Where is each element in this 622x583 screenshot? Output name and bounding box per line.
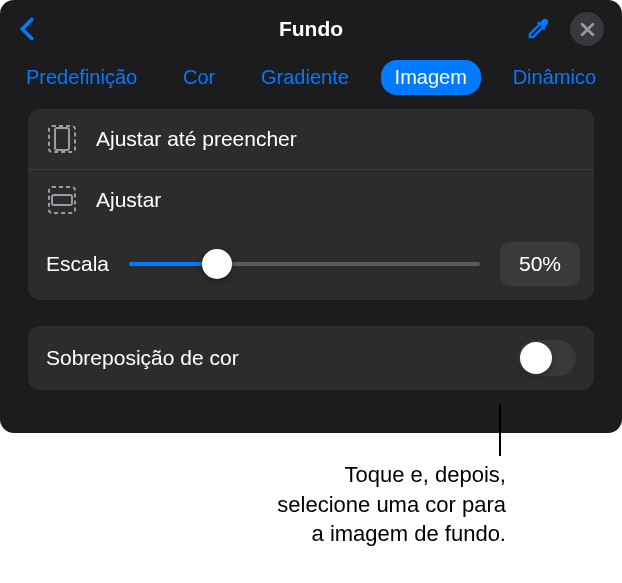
- color-overlay-label: Sobreposição de cor: [46, 346, 239, 370]
- close-icon: [580, 22, 595, 37]
- callout-line: [499, 404, 501, 456]
- eyedropper-button[interactable]: [524, 15, 552, 43]
- tab-dynamic[interactable]: Dinâmico: [499, 60, 610, 95]
- scale-options-group: Ajustar até preencher Ajustar Escala 50%: [28, 109, 594, 300]
- panel-title: Fundo: [279, 17, 343, 41]
- scale-label: Escala: [46, 252, 109, 276]
- tab-gradient[interactable]: Gradiente: [247, 60, 363, 95]
- toggle-thumb: [520, 342, 552, 374]
- callout-text: Toque e, depois, selecione uma cor para …: [277, 460, 506, 549]
- panel-content: Ajustar até preencher Ajustar Escala 50%: [0, 109, 622, 390]
- option-scale-to-fit[interactable]: Ajustar: [28, 169, 594, 230]
- tab-color[interactable]: Cor: [169, 60, 229, 95]
- color-overlay-row: Sobreposição de cor: [28, 326, 594, 390]
- tab-preset[interactable]: Predefinição: [12, 60, 151, 95]
- slider-thumb[interactable]: [202, 249, 232, 279]
- callout-line-2: selecione uma cor para: [277, 490, 506, 520]
- svg-rect-3: [55, 128, 69, 150]
- scale-to-fill-icon: [46, 123, 78, 155]
- background-tabs: Predefinição Cor Gradiente Imagem Dinâmi…: [0, 56, 622, 109]
- svg-rect-5: [52, 195, 72, 205]
- header-actions: [524, 12, 604, 46]
- back-button[interactable]: [18, 15, 36, 43]
- scale-slider-row: Escala 50%: [28, 230, 594, 300]
- callout-line-1: Toque e, depois,: [277, 460, 506, 490]
- eyedropper-icon: [524, 15, 552, 43]
- panel-header: Fundo: [0, 0, 622, 56]
- chevron-left-icon: [19, 17, 35, 41]
- option-scale-to-fill[interactable]: Ajustar até preencher: [28, 109, 594, 169]
- scale-value[interactable]: 50%: [500, 242, 580, 286]
- background-panel: Fundo Predefinição Cor Gradiente Imagem …: [0, 0, 622, 433]
- overlay-group: Sobreposição de cor: [28, 326, 594, 390]
- close-button[interactable]: [570, 12, 604, 46]
- color-overlay-toggle[interactable]: [518, 340, 576, 376]
- scale-slider[interactable]: [129, 262, 480, 266]
- svg-rect-2: [49, 126, 75, 152]
- tab-image[interactable]: Imagem: [381, 60, 481, 95]
- scale-to-fit-icon: [46, 184, 78, 216]
- option-label: Ajustar até preencher: [96, 127, 297, 151]
- option-label: Ajustar: [96, 188, 161, 212]
- callout-line-3: a imagem de fundo.: [277, 519, 506, 549]
